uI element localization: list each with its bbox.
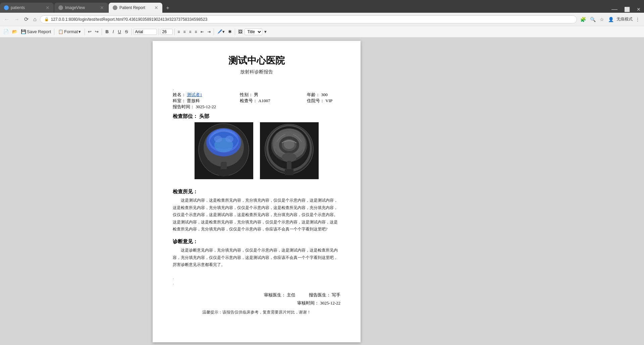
tab-label: ImageView — [65, 5, 85, 10]
brain-image-1 — [195, 122, 253, 179]
style-dropdown-btn[interactable]: ▾ — [263, 28, 268, 35]
minimize-button[interactable]: — — [608, 6, 621, 13]
zoom-button[interactable]: 🔍 — [589, 16, 597, 23]
tab-label: Patient Report — [119, 5, 145, 10]
gender-value: 男 — [254, 92, 258, 97]
dot-row-3: . — [173, 281, 340, 285]
report-time-field: 报告时间： 3025-12-22 — [173, 104, 240, 110]
exam-section-title: 检查部位： 头部 — [173, 113, 340, 120]
exam-no-field: 检查号： A1007 — [240, 98, 307, 104]
format-button[interactable]: 📋 Format ▾ — [56, 28, 83, 35]
gender-label: 性别： — [240, 92, 253, 97]
dot-row-1: . — [173, 86, 340, 91]
tab-imageview[interactable]: ImageView ✕ — [54, 3, 108, 13]
align-right-button[interactable]: ≡ — [188, 29, 193, 35]
spacer-2 — [173, 186, 340, 189]
name-label: 姓名： — [173, 92, 186, 97]
save-report-label: Save Report — [27, 29, 51, 34]
new-doc-button[interactable]: 📄 — [2, 28, 10, 35]
signature-row-1: 审核医生： 主任 报告医生： 写手 — [173, 292, 340, 298]
svg-rect-21 — [287, 161, 291, 170]
align-justify-button[interactable]: ≡ — [194, 29, 199, 35]
tab-close-imageview[interactable]: ✕ — [100, 5, 104, 10]
exam-no-value: A1007 — [258, 98, 270, 103]
bold-button[interactable]: B — [104, 28, 110, 35]
dept-label: 科室： — [173, 98, 186, 103]
age-field: 年龄： 300 — [307, 92, 374, 98]
report-type: 放射科诊断报告 — [173, 69, 340, 75]
save-report-button[interactable]: 💾 Save Report — [19, 28, 52, 35]
save-icon: 💾 — [21, 29, 26, 34]
font-size-input[interactable] — [161, 29, 173, 35]
align-center-button[interactable]: ≡ — [182, 29, 187, 35]
exam-no-label: 检查号： — [240, 98, 257, 103]
separator-4 — [131, 28, 132, 35]
browser-chrome: patients ✕ ImageView ✕ Patient Report ✕ … — [0, 0, 644, 26]
reporter-value: 写手 — [332, 292, 340, 297]
redo-button[interactable]: ↪ — [94, 28, 100, 35]
tab-close-patients[interactable]: ✕ — [46, 5, 50, 10]
open-button[interactable]: 📂 — [11, 28, 19, 35]
separator-7 — [214, 28, 214, 35]
tab-patients[interactable]: patients ✕ — [0, 3, 54, 13]
back-button[interactable]: ← — [3, 16, 11, 23]
close-window-button[interactable]: ✕ — [633, 7, 644, 12]
highlight-button[interactable]: 🖊️▾ — [216, 28, 226, 35]
report-icon — [113, 5, 117, 10]
italic-button[interactable]: I — [111, 28, 116, 35]
content-area: 测试中心医院 放射科诊断报告 . 姓名： 测试者1 性别： 男 年龄： 300 — [0, 38, 644, 345]
menu-button[interactable]: ⋮ — [634, 16, 641, 23]
findings-body[interactable]: 这是测试内容，这是检查所见内容，充分填充内容，仅仅是个示意内容，这是测试内容，这… — [173, 197, 340, 233]
tab-close-report[interactable]: ✕ — [154, 5, 158, 10]
age-value: 300 — [321, 92, 328, 97]
age-label: 年龄： — [307, 92, 320, 97]
indent-increase-button[interactable]: ⇥ — [206, 29, 212, 35]
undo-button[interactable]: ↩ — [87, 28, 93, 35]
profile-button[interactable]: 👤 — [607, 16, 615, 23]
patient-info-grid: 姓名： 测试者1 性别： 男 年龄： 300 科室： 普放科 检查号： A1 — [173, 92, 340, 110]
special-button[interactable]: ✱ — [227, 28, 233, 35]
separator-8 — [235, 28, 235, 35]
indent-decrease-button[interactable]: ⇤ — [199, 29, 205, 35]
align-left-button[interactable]: ≡ — [176, 29, 181, 35]
underline-button[interactable]: U — [116, 28, 122, 35]
brain-mri-2-svg — [260, 122, 319, 179]
globe-icon — [4, 5, 9, 10]
brain-image-2 — [260, 122, 319, 179]
separator-6 — [174, 28, 175, 35]
maximize-button[interactable]: ⬜ — [621, 7, 633, 12]
tab-patient-report[interactable]: Patient Report ✕ — [109, 3, 162, 13]
nav-right-controls: 🧩 🔍 ☆ 👤 无痕模式 ⋮ — [579, 16, 641, 23]
new-tab-button[interactable]: + — [163, 3, 172, 13]
refresh-button[interactable]: ⟳ — [23, 15, 30, 23]
style-select[interactable]: Title — [245, 28, 262, 35]
tab-bar: patients ✕ ImageView ✕ Patient Report ✕ … — [0, 0, 644, 13]
admit-no-value: VIP — [325, 98, 332, 103]
forward-button[interactable]: → — [13, 16, 21, 23]
bookmark-button[interactable]: ☆ — [598, 16, 605, 23]
reviewer-field: 审核医生： 主任 — [264, 292, 296, 298]
name-field: 姓名： 测试者1 — [173, 92, 240, 98]
diagnosis-body[interactable]: 这是诊断意见内容，充分填充内容，仅仅是个示意内容，这是测试内容，这是检查所见内容… — [173, 247, 340, 269]
document: 测试中心医院 放射科诊断报告 . 姓名： 测试者1 性别： 男 年龄： 300 — [153, 41, 361, 342]
strikethrough-button[interactable]: S — [123, 28, 130, 35]
format-label: Format — [64, 29, 78, 34]
svg-point-9 — [214, 136, 222, 142]
img-icon — [58, 5, 63, 10]
left-panel — [0, 38, 146, 345]
report-time-value: 3025-12-22 — [196, 104, 216, 109]
hospital-name: 测试中心医院 — [173, 54, 340, 67]
url-bar[interactable]: 🔒 127.0.0.1:8080/login/test/testReport.h… — [40, 15, 577, 23]
reporter-field: 报告医生： 写手 — [309, 292, 340, 298]
extensions-button[interactable]: 🧩 — [579, 16, 587, 23]
separator-5 — [159, 28, 159, 35]
right-panel — [367, 38, 644, 345]
report-time-label: 报告时间： — [173, 104, 195, 109]
insert-image-button[interactable]: 🖼 — [237, 28, 244, 35]
reviewer-value: 主任 — [287, 292, 296, 297]
url-text: 127.0.0.1:8080/login/test/testReport.htm… — [51, 17, 207, 22]
font-family-input[interactable] — [133, 29, 157, 35]
brain-mri-1-svg — [195, 122, 253, 179]
home-button[interactable]: ⌂ — [32, 16, 38, 23]
sig-note: 温馨提示：该报告仅供临床参考，复查需要原片对比，谢谢！ — [173, 309, 340, 315]
